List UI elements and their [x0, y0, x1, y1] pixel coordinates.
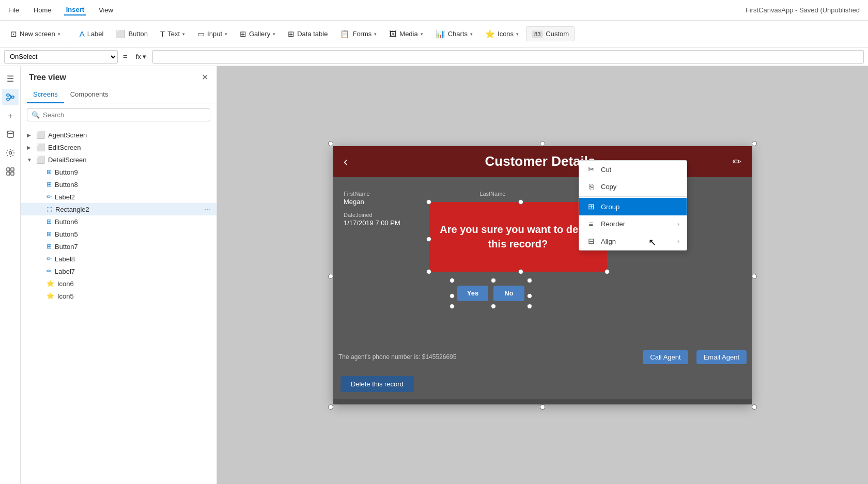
sidebar-tree-button[interactable] [2, 89, 19, 105]
canvas-area[interactable]: ‹ Customer Details ✏ FirstName Megan Las… [217, 66, 868, 484]
tree-item-label8[interactable]: ✏ Label8 ··· [21, 253, 216, 265]
yn-handle-tm[interactable] [491, 278, 496, 283]
context-menu-separator [579, 196, 687, 197]
menu-insert[interactable]: Insert [64, 5, 86, 15]
menu-view[interactable]: View [97, 5, 115, 15]
label-icon: ✏ [47, 193, 52, 200]
dialog-handle-bm[interactable] [518, 269, 523, 274]
handle-bm[interactable] [540, 404, 545, 410]
handle-tm[interactable] [540, 141, 545, 146]
yn-handle-tl[interactable] [450, 278, 455, 283]
handle-ml[interactable] [328, 274, 333, 279]
yn-handle-tr[interactable] [527, 278, 532, 283]
charts-button[interactable]: 📊 Charts ▾ [430, 26, 478, 42]
custom-button[interactable]: 83 Custom [526, 26, 575, 41]
icon-icon: ⭐ [47, 280, 54, 287]
tab-screens[interactable]: Screens [27, 86, 64, 103]
tree-item-button8[interactable]: ⊞ Button8 ··· [21, 178, 216, 191]
forms-button[interactable]: 📋 Forms ▾ [335, 26, 382, 42]
dialog-handle-tl[interactable] [426, 199, 431, 205]
tree-item-edit-screen[interactable]: ▶ ⬜ EditScreen [21, 141, 216, 153]
text-button[interactable]: T Text ▾ [155, 26, 190, 41]
call-agent-button[interactable]: Call Agent [643, 350, 688, 364]
label-button[interactable]: A Label [74, 26, 109, 41]
item-label: Rectangle2 [55, 206, 201, 213]
back-button[interactable]: ‹ [344, 154, 348, 169]
yn-handle-mr[interactable] [527, 293, 532, 299]
item-label: Button6 [55, 218, 201, 226]
context-menu-cut[interactable]: ✂ Cut [579, 161, 687, 178]
tree-item-label7[interactable]: ✏ Label7 ··· [21, 265, 216, 277]
formula-bar: OnSelect = fx ▾ [0, 48, 868, 66]
tree-item-button5[interactable]: ⊞ Button5 ··· [21, 228, 216, 240]
search-input[interactable] [43, 111, 206, 119]
handle-bl[interactable] [328, 404, 333, 410]
main-layout: ☰ ＋ Tree view ✕ [0, 66, 868, 484]
tree-item-rectangle2[interactable]: ⬚ Rectangle2 ··· [21, 203, 216, 215]
tree-header: Tree view ✕ [21, 66, 216, 86]
icons-button[interactable]: ⭐ Icons ▾ [480, 26, 524, 42]
handle-mr[interactable] [752, 274, 757, 279]
tree-item-button6[interactable]: ⊞ Button6 ··· [21, 215, 216, 228]
formula-input[interactable] [152, 50, 864, 64]
label-icon: A [80, 29, 85, 38]
context-menu-reorder[interactable]: ≡ Reorder › [579, 215, 687, 232]
formula-select[interactable]: OnSelect [4, 50, 118, 64]
ctx-label-cut: Cut [601, 166, 679, 174]
email-agent-button[interactable]: Email Agent [696, 350, 747, 364]
menu-file[interactable]: File [6, 5, 21, 15]
tree-close-button[interactable]: ✕ [202, 72, 208, 82]
formula-equals: = [121, 52, 130, 61]
handle-br[interactable] [752, 404, 757, 410]
input-button[interactable]: ▭ Input ▾ [192, 26, 233, 42]
item-label: Icon5 [57, 292, 201, 300]
media-button[interactable]: 🖼 Media ▾ [384, 26, 428, 41]
sidebar-components-button[interactable] [2, 163, 19, 180]
delete-record-button[interactable]: Delete this record [340, 376, 414, 392]
dialog-handle-tm[interactable] [518, 199, 523, 205]
data-table-button[interactable]: ⊞ Data table [283, 26, 333, 42]
yn-handle-ml[interactable] [450, 293, 455, 299]
edit-button[interactable]: ✏ [733, 155, 741, 168]
tree-item-button7[interactable]: ⊞ Button7 ··· [21, 240, 216, 253]
yn-handle-bl[interactable] [450, 304, 455, 309]
yn-handle-br[interactable] [527, 304, 532, 309]
ctx-label-group: Group [601, 203, 679, 211]
no-button[interactable]: No [493, 286, 524, 301]
tree-item-detail-screen[interactable]: ▼ ⬜ DetailScreen [21, 153, 216, 166]
yes-button[interactable]: Yes [457, 286, 488, 301]
sidebar-data-button[interactable] [2, 126, 19, 143]
menu-home[interactable]: Home [32, 5, 54, 15]
context-menu-copy[interactable]: ⎘ Copy [579, 178, 687, 195]
tab-components[interactable]: Components [64, 86, 115, 103]
more-options-icon[interactable]: ··· [204, 205, 210, 213]
tree-item-button9[interactable]: ⊞ Button9 ··· [21, 166, 216, 178]
phone-text: The agent's phone number is: $145526695 [338, 353, 456, 361]
dialog-handle-bl[interactable] [426, 269, 431, 274]
handle-tl[interactable] [328, 141, 333, 146]
icon-icon: ⭐ [47, 292, 54, 300]
context-menu-align[interactable]: ⊟ Align › [579, 232, 687, 250]
tree-item-icon6[interactable]: ⭐ Icon6 ··· [21, 277, 216, 290]
button-icon: ⊞ [47, 218, 52, 225]
button-icon: ⊞ [47, 168, 52, 176]
gallery-button[interactable]: ⊞ Gallery ▾ [235, 26, 281, 42]
formula-fx-button[interactable]: fx ▾ [133, 52, 149, 61]
sidebar-settings-button[interactable] [2, 145, 19, 161]
sidebar-add-button[interactable]: ＋ [2, 107, 19, 124]
sidebar-icons: ☰ ＋ [0, 66, 21, 484]
button-button[interactable]: ⬜ Button [111, 26, 153, 42]
tree-item-icon5[interactable]: ⭐ Icon5 ··· [21, 290, 216, 302]
svg-rect-0 [7, 94, 9, 96]
sidebar-hamburger-button[interactable]: ☰ [2, 70, 19, 87]
handle-tr[interactable] [752, 141, 757, 146]
item-label: Button8 [55, 181, 201, 189]
new-screen-button[interactable]: ⊡ New screen ▾ [5, 26, 66, 42]
yn-handle-bm[interactable] [491, 304, 496, 309]
ctx-label-reorder: Reorder [601, 220, 672, 228]
dialog-handle-br[interactable] [605, 269, 610, 274]
tree-item-label2[interactable]: ✏ Label2 ··· [21, 191, 216, 203]
tree-item-agent-screen[interactable]: ▶ ⬜ AgentScreen [21, 129, 216, 141]
dialog-handle-ml[interactable] [426, 237, 431, 242]
context-menu-group[interactable]: ⊞ Group [579, 198, 687, 215]
